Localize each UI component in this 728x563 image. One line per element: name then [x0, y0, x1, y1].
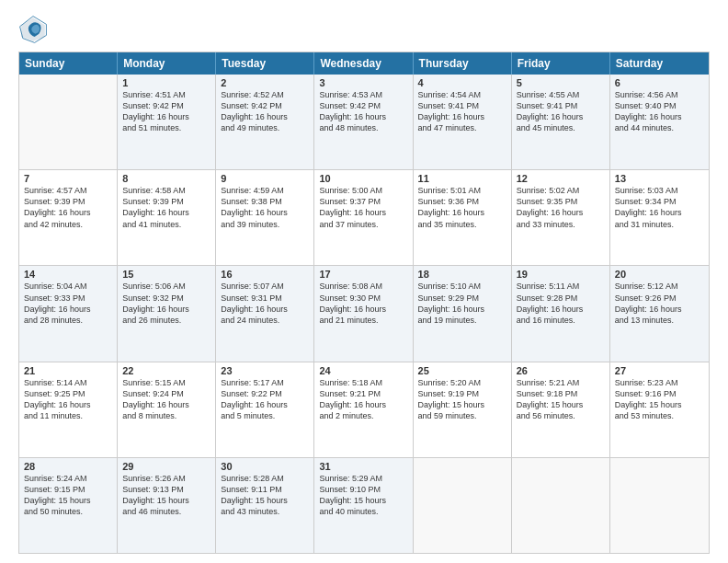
calendar-cell: 31Sunrise: 5:29 AMSunset: 9:10 PMDayligh…: [314, 458, 413, 553]
calendar-cell: 6Sunrise: 4:56 AMSunset: 9:40 PMDaylight…: [610, 75, 709, 169]
calendar-cell: 18Sunrise: 5:10 AMSunset: 9:29 PMDayligh…: [414, 266, 512, 361]
calendar-cell: 23Sunrise: 5:17 AMSunset: 9:22 PMDayligh…: [216, 362, 314, 457]
day-number: 19: [517, 269, 605, 280]
day-info: Sunrise: 5:03 AMSunset: 9:34 PMDaylight:…: [615, 185, 704, 230]
day-info: Sunrise: 5:15 AMSunset: 9:24 PMDaylight:…: [122, 377, 210, 422]
calendar-cell: 20Sunrise: 5:12 AMSunset: 9:26 PMDayligh…: [610, 266, 709, 361]
calendar: SundayMondayTuesdayWednesdayThursdayFrid…: [18, 52, 710, 554]
day-info: Sunrise: 5:20 AMSunset: 9:19 PMDaylight:…: [418, 377, 506, 422]
day-info: Sunrise: 5:14 AMSunset: 9:25 PMDaylight:…: [24, 377, 112, 422]
calendar-cell: 4Sunrise: 4:54 AMSunset: 9:41 PMDaylight…: [414, 75, 512, 169]
calendar-cell: 17Sunrise: 5:08 AMSunset: 9:30 PMDayligh…: [314, 266, 413, 361]
calendar-cell: 7Sunrise: 4:57 AMSunset: 9:39 PMDaylight…: [19, 170, 118, 265]
day-number: 27: [615, 365, 704, 376]
calendar-cell: 26Sunrise: 5:21 AMSunset: 9:18 PMDayligh…: [512, 362, 610, 457]
calendar-cell: 3Sunrise: 4:53 AMSunset: 9:42 PMDaylight…: [314, 75, 413, 169]
day-number: 30: [221, 461, 309, 472]
calendar-row: 1Sunrise: 4:51 AMSunset: 9:42 PMDaylight…: [19, 75, 709, 169]
calendar-cell: 5Sunrise: 4:55 AMSunset: 9:41 PMDaylight…: [512, 75, 610, 169]
day-number: 31: [319, 461, 407, 472]
day-number: 21: [24, 365, 112, 376]
weekday-header: Wednesday: [314, 52, 413, 75]
day-number: 22: [122, 365, 210, 376]
calendar-cell: 8Sunrise: 4:58 AMSunset: 9:39 PMDaylight…: [118, 170, 216, 265]
calendar-cell: 14Sunrise: 5:04 AMSunset: 9:33 PMDayligh…: [19, 266, 118, 361]
calendar-row: 21Sunrise: 5:14 AMSunset: 9:25 PMDayligh…: [19, 362, 709, 457]
day-info: Sunrise: 5:04 AMSunset: 9:33 PMDaylight:…: [24, 281, 112, 326]
day-info: Sunrise: 5:07 AMSunset: 9:31 PMDaylight:…: [221, 281, 309, 326]
calendar-cell: 22Sunrise: 5:15 AMSunset: 9:24 PMDayligh…: [118, 362, 216, 457]
day-number: 4: [418, 77, 506, 88]
day-info: Sunrise: 5:26 AMSunset: 9:13 PMDaylight:…: [122, 473, 210, 518]
day-info: Sunrise: 5:01 AMSunset: 9:36 PMDaylight:…: [418, 185, 506, 230]
day-info: Sunrise: 5:18 AMSunset: 9:21 PMDaylight:…: [319, 377, 407, 422]
day-number: 3: [319, 77, 407, 88]
day-number: 1: [122, 77, 210, 88]
day-number: 6: [615, 77, 704, 88]
logo: [18, 15, 51, 44]
day-number: 23: [221, 365, 309, 376]
calendar-cell: 29Sunrise: 5:26 AMSunset: 9:13 PMDayligh…: [118, 458, 216, 553]
day-number: 14: [24, 269, 112, 280]
weekday-header: Sunday: [19, 52, 118, 75]
calendar-row: 7Sunrise: 4:57 AMSunset: 9:39 PMDaylight…: [19, 169, 709, 265]
weekday-header: Friday: [512, 52, 610, 75]
logo-icon: [18, 15, 48, 44]
calendar-cell: 9Sunrise: 4:59 AMSunset: 9:38 PMDaylight…: [216, 170, 314, 265]
day-info: Sunrise: 5:11 AMSunset: 9:28 PMDaylight:…: [517, 281, 605, 326]
day-number: 29: [122, 461, 210, 472]
calendar-cell: 24Sunrise: 5:18 AMSunset: 9:21 PMDayligh…: [314, 362, 413, 457]
day-number: 2: [221, 77, 309, 88]
day-number: 13: [615, 173, 704, 184]
calendar-header: SundayMondayTuesdayWednesdayThursdayFrid…: [19, 52, 709, 75]
day-info: Sunrise: 5:08 AMSunset: 9:30 PMDaylight:…: [319, 281, 407, 326]
weekday-header: Monday: [118, 52, 216, 75]
day-info: Sunrise: 5:29 AMSunset: 9:10 PMDaylight:…: [319, 473, 407, 518]
calendar-cell: [414, 458, 512, 553]
day-number: 11: [418, 173, 506, 184]
day-number: 15: [122, 269, 210, 280]
day-number: 28: [24, 461, 112, 472]
day-info: Sunrise: 5:02 AMSunset: 9:35 PMDaylight:…: [517, 185, 605, 230]
calendar-cell: 15Sunrise: 5:06 AMSunset: 9:32 PMDayligh…: [118, 266, 216, 361]
day-number: 5: [517, 77, 605, 88]
calendar-cell: 11Sunrise: 5:01 AMSunset: 9:36 PMDayligh…: [414, 170, 512, 265]
calendar-cell: 10Sunrise: 5:00 AMSunset: 9:37 PMDayligh…: [314, 170, 413, 265]
header: [18, 15, 710, 44]
day-info: Sunrise: 5:00 AMSunset: 9:37 PMDaylight:…: [319, 185, 407, 230]
calendar-cell: 27Sunrise: 5:23 AMSunset: 9:16 PMDayligh…: [610, 362, 709, 457]
weekday-header: Thursday: [414, 52, 512, 75]
day-number: 20: [615, 269, 704, 280]
day-info: Sunrise: 4:52 AMSunset: 9:42 PMDaylight:…: [221, 89, 309, 134]
day-info: Sunrise: 4:53 AMSunset: 9:42 PMDaylight:…: [319, 89, 407, 134]
day-info: Sunrise: 4:56 AMSunset: 9:40 PMDaylight:…: [615, 89, 704, 134]
calendar-cell: 21Sunrise: 5:14 AMSunset: 9:25 PMDayligh…: [19, 362, 118, 457]
weekday-header: Tuesday: [216, 52, 314, 75]
day-info: Sunrise: 5:06 AMSunset: 9:32 PMDaylight:…: [122, 281, 210, 326]
day-info: Sunrise: 5:28 AMSunset: 9:11 PMDaylight:…: [221, 473, 309, 518]
day-info: Sunrise: 4:51 AMSunset: 9:42 PMDaylight:…: [122, 89, 210, 134]
calendar-cell: 16Sunrise: 5:07 AMSunset: 9:31 PMDayligh…: [216, 266, 314, 361]
day-number: 18: [418, 269, 506, 280]
day-number: 10: [319, 173, 407, 184]
weekday-header: Saturday: [610, 52, 709, 75]
day-number: 7: [24, 173, 112, 184]
calendar-cell: 1Sunrise: 4:51 AMSunset: 9:42 PMDaylight…: [118, 75, 216, 169]
day-info: Sunrise: 4:55 AMSunset: 9:41 PMDaylight:…: [517, 89, 605, 134]
calendar-cell: 30Sunrise: 5:28 AMSunset: 9:11 PMDayligh…: [216, 458, 314, 553]
day-number: 16: [221, 269, 309, 280]
day-info: Sunrise: 5:10 AMSunset: 9:29 PMDaylight:…: [418, 281, 506, 326]
day-info: Sunrise: 5:24 AMSunset: 9:15 PMDaylight:…: [24, 473, 112, 518]
day-number: 24: [319, 365, 407, 376]
calendar-row: 14Sunrise: 5:04 AMSunset: 9:33 PMDayligh…: [19, 265, 709, 361]
calendar-cell: 25Sunrise: 5:20 AMSunset: 9:19 PMDayligh…: [414, 362, 512, 457]
page: SundayMondayTuesdayWednesdayThursdayFrid…: [0, 0, 728, 563]
calendar-cell: 19Sunrise: 5:11 AMSunset: 9:28 PMDayligh…: [512, 266, 610, 361]
day-info: Sunrise: 4:58 AMSunset: 9:39 PMDaylight:…: [122, 185, 210, 230]
calendar-cell: 13Sunrise: 5:03 AMSunset: 9:34 PMDayligh…: [610, 170, 709, 265]
day-info: Sunrise: 4:57 AMSunset: 9:39 PMDaylight:…: [24, 185, 112, 230]
calendar-cell: 2Sunrise: 4:52 AMSunset: 9:42 PMDaylight…: [216, 75, 314, 169]
day-number: 26: [517, 365, 605, 376]
calendar-cell: [19, 75, 118, 169]
day-info: Sunrise: 5:17 AMSunset: 9:22 PMDaylight:…: [221, 377, 309, 422]
